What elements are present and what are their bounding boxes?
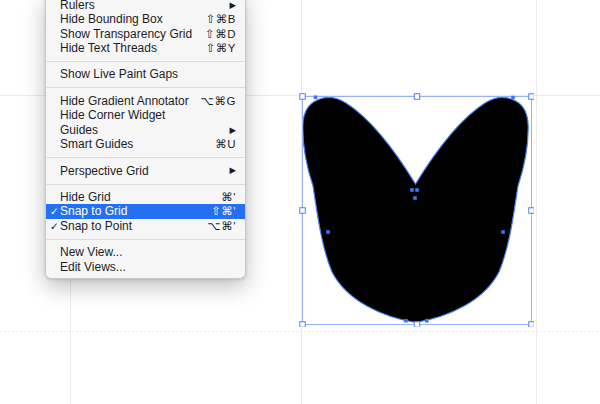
anchor-point[interactable]: [415, 188, 419, 192]
menu-separator: [46, 233, 245, 245]
menu-item-perspective-grid[interactable]: Perspective Grid▶: [46, 164, 245, 178]
checkmark-icon: ✓: [50, 219, 60, 233]
menu-item-show-transparency-grid[interactable]: Show Transparency Grid⇧⌘D: [46, 27, 245, 41]
submenu-arrow-icon: ▶: [229, 1, 236, 10]
menu-shortcut: ⇧⌘': [211, 204, 236, 218]
menu-item-rulers[interactable]: Rulers▶: [46, 0, 245, 12]
menu-shortcut: ⌥⌘G: [201, 94, 236, 108]
menu-item-smart-guides[interactable]: Smart Guides⌘U: [46, 137, 245, 151]
menu-item-snap-to-point[interactable]: ✓Snap to Point⌥⌘': [46, 219, 245, 233]
menu-item-label: Snap to Point: [60, 219, 132, 233]
menu-shortcut: ⌥⌘': [208, 219, 236, 233]
menu-item-new-view[interactable]: New View...: [46, 245, 245, 259]
menu-item-hide-corner-widget[interactable]: Hide Corner Widget: [46, 108, 245, 122]
menu-separator: [46, 82, 245, 94]
menu-separator: [46, 178, 245, 190]
menu-item-guides[interactable]: Guides▶: [46, 123, 245, 137]
selection-handle-top-right[interactable]: [529, 94, 534, 100]
menu-item-label: Show Live Paint Gaps: [60, 67, 178, 81]
anchor-point[interactable]: [511, 96, 515, 100]
menu-item-label: Guides: [60, 123, 98, 137]
submenu-arrow-icon: ▶: [229, 166, 236, 175]
menu-item-hide-grid[interactable]: Hide Grid⌘': [46, 190, 245, 204]
anchor-point[interactable]: [404, 319, 408, 323]
selection-handle-bottom-mid[interactable]: [414, 322, 420, 327]
submenu-arrow-icon: ▶: [229, 126, 236, 135]
menu-item-label: Rulers: [60, 0, 95, 12]
menu-shortcut: ⇧⌘Y: [206, 41, 236, 55]
menu-item-hide-bounding-box[interactable]: Hide Bounding Box⇧⌘B: [46, 12, 245, 26]
menu-shortcut: ⌘U: [215, 137, 236, 151]
checkmark-icon: ✓: [50, 204, 60, 218]
canvas: Rulers▶Hide Bounding Box⇧⌘BShow Transpar…: [0, 0, 600, 404]
menu-item-edit-views[interactable]: Edit Views...: [46, 260, 245, 274]
menu-item-hide-text-threads[interactable]: Hide Text Threads⇧⌘Y: [46, 41, 245, 55]
selection-handle-mid-right[interactable]: [529, 208, 534, 214]
menu-item-label: Hide Grid: [60, 190, 111, 204]
selection-handle-top-mid[interactable]: [414, 94, 420, 100]
menu-item-label: Perspective Grid: [60, 164, 149, 178]
selection-overlay: [299, 93, 534, 327]
menu-item-label: Hide Gradient Annotator: [60, 94, 189, 108]
menu-separator: [46, 151, 245, 163]
menu-item-label: Smart Guides: [60, 137, 133, 151]
view-menu: Rulers▶Hide Bounding Box⇧⌘BShow Transpar…: [45, 0, 246, 279]
menu-shortcut: ⇧⌘B: [206, 12, 236, 26]
selection-handle-top-left[interactable]: [300, 94, 306, 100]
menu-item-label: Edit Views...: [60, 260, 126, 274]
grid-line-horizontal: [0, 331, 600, 332]
selection-handle-bottom-right[interactable]: [529, 322, 534, 327]
heart-shape[interactable]: [303, 97, 528, 322]
anchor-point[interactable]: [314, 96, 318, 100]
anchor-point[interactable]: [501, 230, 505, 234]
selection-handle-bottom-left[interactable]: [300, 322, 306, 327]
menu-shortcut: ⌘': [221, 190, 236, 204]
menu-item-label: New View...: [60, 245, 122, 259]
menu-item-label: Hide Bounding Box: [60, 12, 163, 26]
menu-item-label: Hide Corner Widget: [60, 108, 165, 122]
anchor-point[interactable]: [413, 196, 417, 200]
anchor-point[interactable]: [410, 188, 414, 192]
selection-handle-mid-left[interactable]: [300, 208, 306, 214]
menu-separator: [46, 55, 245, 67]
menu-item-hide-gradient-annotator[interactable]: Hide Gradient Annotator⌥⌘G: [46, 94, 245, 108]
menu-item-snap-to-grid[interactable]: ✓Snap to Grid⇧⌘': [46, 204, 245, 218]
menu-item-label: Hide Text Threads: [60, 41, 157, 55]
anchor-point[interactable]: [425, 319, 429, 323]
anchor-point[interactable]: [326, 230, 330, 234]
menu-item-label: Show Transparency Grid: [60, 27, 192, 41]
menu-item-show-live-paint-gaps[interactable]: Show Live Paint Gaps: [46, 67, 245, 81]
grid-line-vertical: [536, 0, 537, 404]
menu-item-label: Snap to Grid: [60, 204, 127, 218]
menu-shortcut: ⇧⌘D: [205, 27, 236, 41]
